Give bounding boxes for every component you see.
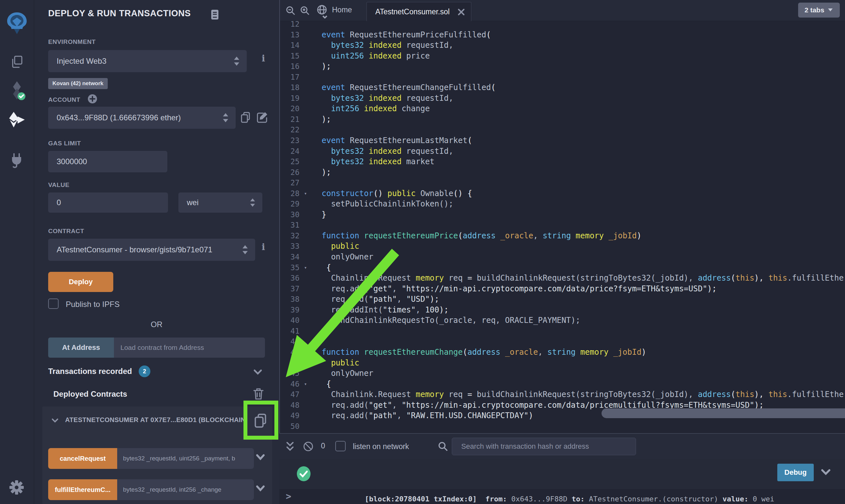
editor-tabbar: Home ATestnetConsumer.sol 2 tabs: [279, 0, 845, 21]
contract-info-icon[interactable]: i: [262, 242, 265, 252]
code-line-14: 14 bytes32 indexed requestId,: [279, 40, 845, 51]
code-line-21: 21);: [279, 114, 845, 125]
plugin-icon[interactable]: [8, 152, 25, 168]
contract-select[interactable]: ATestnetConsumer - browser/gists/9b71e07…: [48, 239, 255, 261]
tab-active-file[interactable]: ATestnetConsumer.sol: [366, 2, 471, 21]
line-number: 48: [279, 400, 309, 411]
cancelrequest-button[interactable]: cancelRequest: [48, 448, 117, 469]
code-line-28: 28▾constructor() public Ownable() {: [279, 188, 845, 199]
deployed-contracts-label: Deployed Contracts: [53, 390, 127, 399]
log-block: [block:20780401 txIndex:0]: [365, 495, 477, 503]
collapse-terminal-icon[interactable]: [285, 441, 295, 452]
line-number: 19: [279, 93, 309, 104]
line-number: 13: [279, 30, 309, 40]
file-explorer-icon[interactable]: [9, 55, 25, 70]
value-input[interactable]: [48, 193, 168, 213]
cancelrequest-params-input[interactable]: [117, 448, 254, 469]
pin-panel-icon[interactable]: [210, 9, 220, 20]
line-number: 28▾: [279, 188, 309, 199]
line-number: 38: [279, 294, 309, 305]
log-value: 0 wei: [753, 495, 774, 503]
line-number: 34: [279, 252, 309, 263]
clear-console-icon[interactable]: [303, 441, 314, 452]
listen-network-checkbox[interactable]: [335, 441, 346, 451]
cancelrequest-expand-chevron-icon[interactable]: [255, 453, 265, 462]
fold-arrow-icon[interactable]: ▾: [304, 379, 307, 390]
at-address-button[interactable]: At Address: [48, 338, 114, 358]
line-number: 35▾: [279, 263, 309, 273]
tabs-count-badge[interactable]: 2 tabs: [798, 3, 840, 18]
add-account-icon[interactable]: [87, 94, 98, 104]
line-number: 16: [279, 61, 309, 72]
code-line-46: 46▾ {: [279, 379, 845, 390]
code-line-29: 29 setPublicChainlinkToken();: [279, 199, 845, 210]
transaction-log-text: [block:20780401 txIndex:0] from: 0x643..…: [322, 464, 774, 504]
code-line-40: 40 sendChainlinkRequestTo(_oracle, req, …: [279, 315, 845, 326]
edit-account-icon[interactable]: [256, 111, 269, 125]
solidity-compiler-icon[interactable]: [8, 80, 25, 101]
log-from: 0x643...9F88D: [511, 495, 567, 503]
close-tab-icon[interactable]: [457, 8, 465, 16]
line-number: 29: [279, 199, 309, 210]
stepper-icon: [233, 56, 240, 67]
fulfillethereumchange-expand-chevron-icon[interactable]: [255, 484, 265, 493]
code-line-19: 19 bytes32 indexed requestId,: [279, 93, 845, 104]
publish-ipfs-checkbox[interactable]: [48, 299, 58, 309]
code-line-37: 37 req.add("get", "https://min-api.crypt…: [279, 284, 845, 294]
tabs-count-label: 2 tabs: [805, 6, 825, 14]
code-line-47: 47 Chainlink.Request memory req = buildC…: [279, 389, 845, 400]
remix-logo: [5, 11, 29, 36]
code-area[interactable]: 1213event RequestEthereumPriceFulfilled(…: [279, 19, 845, 431]
home-globe-icon[interactable]: [315, 4, 329, 19]
code-line-26: 26);: [279, 167, 845, 178]
line-number: 18: [279, 82, 309, 93]
line-number: 47: [279, 389, 309, 400]
environment-select[interactable]: Injected Web3: [48, 50, 247, 72]
fold-arrow-icon[interactable]: ▾: [304, 263, 307, 273]
line-number: 12: [279, 19, 309, 30]
instance-title[interactable]: ATESTNETCONSUMER AT 0X7E7...E80D1 (BLOCK…: [65, 416, 247, 424]
transactions-recorded-label: Transactions recorded: [48, 367, 132, 376]
gas-limit-label: GAS LIMIT: [48, 140, 81, 147]
remix-ide: DEPLOY & RUN TRANSACTIONS ENVIRONMENT In…: [0, 0, 845, 504]
fulfillethereumchange-button[interactable]: fulfillEthereumC...: [48, 479, 117, 500]
code-line-31: 31: [279, 220, 845, 231]
trash-icon[interactable]: [253, 388, 264, 401]
line-number: 24: [279, 146, 309, 157]
account-select[interactable]: 0x643...9F88D (1.666673996 ether): [48, 107, 236, 129]
tab-home[interactable]: Home: [332, 5, 352, 14]
fold-arrow-icon[interactable]: ▾: [304, 188, 307, 199]
line-number: 14: [279, 40, 309, 51]
environment-info-icon[interactable]: i: [262, 53, 265, 64]
debug-button[interactable]: Debug: [777, 464, 814, 481]
terminal-prompt[interactable]: >: [286, 491, 291, 502]
value-unit-select[interactable]: wei: [178, 193, 262, 213]
at-address-input[interactable]: [114, 338, 265, 358]
transactions-chevron-down-icon[interactable]: [253, 367, 263, 377]
code-line-17: 17: [279, 72, 845, 83]
copy-instance-address-icon[interactable]: [252, 412, 269, 431]
line-number: 39: [279, 305, 309, 316]
line-number: 40: [279, 315, 309, 326]
deploy-run-icon[interactable]: [8, 111, 26, 128]
gas-limit-input[interactable]: [48, 151, 167, 172]
line-number: 21: [279, 114, 309, 125]
terminal-search-input[interactable]: [452, 438, 636, 455]
instance-chevron-down-icon[interactable]: [51, 417, 59, 424]
zoom-out-icon[interactable]: [285, 5, 296, 16]
horizontal-scrollbar[interactable]: [602, 409, 845, 418]
settings-gear-icon[interactable]: [9, 480, 24, 495]
transaction-log-row[interactable]: [block:20780401 txIndex:0] from: 0x643..…: [279, 459, 845, 489]
line-number: 46▾: [279, 379, 309, 390]
code-line-32: 32function requestEthereumPrice(address …: [279, 231, 845, 241]
zoom-in-icon[interactable]: [299, 5, 311, 16]
line-number: 45: [279, 368, 309, 379]
log-expand-chevron-icon[interactable]: [820, 468, 831, 477]
copy-account-icon[interactable]: [239, 111, 252, 125]
fulfillethereumchange-params-input[interactable]: [117, 479, 254, 500]
stepper-icon: [249, 197, 256, 208]
line-number: 22: [279, 125, 309, 135]
deploy-button[interactable]: Deploy: [48, 272, 113, 292]
value-label: VALUE: [48, 181, 69, 188]
code-line-13: 13event RequestEthereumPriceFulfilled(: [279, 30, 845, 40]
